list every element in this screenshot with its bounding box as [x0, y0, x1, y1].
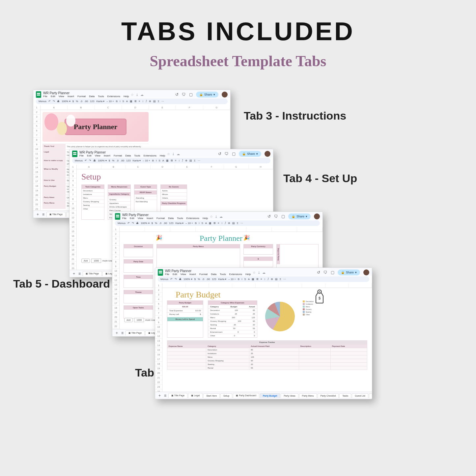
toolbar-item[interactable]: B: [238, 278, 239, 281]
sheet-tab[interactable]: Party Menu: [299, 393, 317, 398]
toolbar-item[interactable]: ⊕: [228, 222, 230, 225]
menu-insert[interactable]: Insert: [147, 217, 153, 220]
toolbar-item[interactable]: ▤: [275, 278, 278, 281]
menu-tools[interactable]: Tools: [98, 95, 104, 98]
add-sheet-button[interactable]: +: [114, 331, 119, 335]
menu-view[interactable]: View: [138, 217, 143, 220]
menu-insert[interactable]: Insert: [68, 95, 74, 98]
toolbar-item[interactable]: %: [198, 278, 200, 281]
toolbar-item[interactable]: Menus: [39, 100, 46, 103]
toolbar-item[interactable]: .00: [84, 100, 88, 103]
toolbar-item[interactable]: 123: [90, 100, 94, 103]
toolbar-item[interactable]: ↶: [170, 278, 173, 281]
toolbar-item[interactable]: ▤: [189, 159, 192, 162]
all-sheets-button[interactable]: ≡: [120, 331, 125, 335]
avatar[interactable]: [314, 213, 320, 219]
toolbar-item[interactable]: ⊞: [256, 278, 259, 281]
menu-insert[interactable]: Insert: [104, 154, 110, 157]
meet-icon[interactable]: ▢: [232, 152, 236, 156]
comment-icon[interactable]: 🗨: [274, 214, 278, 219]
share-button[interactable]: 🔒 Share ▾: [239, 151, 261, 157]
toolbar-item[interactable]: ↕: [264, 278, 266, 281]
toolbar-item[interactable]: .0: [116, 159, 119, 162]
toolbar-item[interactable]: Karla ▾: [96, 100, 104, 103]
sheet-tab[interactable]: ▣ Title Page: [126, 330, 145, 335]
menu-format[interactable]: Format: [199, 273, 208, 276]
toolbar-item[interactable]: ≡: [139, 100, 140, 103]
toolbar-item[interactable]: .00: [121, 159, 124, 162]
menu-help[interactable]: Help: [203, 217, 208, 220]
toolbar-item[interactable]: ↕: [221, 222, 223, 225]
comment-icon[interactable]: 🗨: [182, 92, 186, 97]
toolbar-item[interactable]: Σ: [158, 100, 159, 103]
move-icon[interactable]: ⤓: [215, 215, 217, 218]
menu-insert[interactable]: Insert: [189, 273, 196, 276]
toolbar-item[interactable]: ⋯: [283, 278, 286, 281]
move-icon[interactable]: ⤓: [172, 152, 175, 156]
toolbar-item[interactable]: ↷: [175, 278, 177, 281]
menu-extensions[interactable]: Extensions: [229, 273, 242, 276]
toolbar-item[interactable]: %: [76, 100, 78, 103]
sheet-tab[interactable]: ▣ Title Page: [46, 212, 66, 217]
toolbar-item[interactable]: 100% ▾: [183, 278, 192, 281]
avatar[interactable]: [363, 269, 369, 275]
sheet-tab[interactable]: Party Ideas: [281, 393, 298, 398]
toolbar-item[interactable]: Σ: [194, 159, 196, 162]
toolbar-item[interactable]: ⊞: [171, 159, 173, 162]
toolbar-item[interactable]: B: [195, 222, 197, 225]
menu-help[interactable]: Help: [160, 154, 165, 157]
menu-edit[interactable]: Edit: [51, 95, 55, 98]
toolbar-item[interactable]: ▦: [166, 159, 169, 162]
menu-help[interactable]: Help: [124, 95, 129, 98]
star-icon[interactable]: ☆: [131, 93, 134, 97]
history-icon[interactable]: ↺: [267, 214, 271, 219]
all-sheets-button[interactable]: ≡: [163, 393, 168, 398]
toolbar-item[interactable]: $: [152, 222, 153, 225]
toolbar-item[interactable]: I: [120, 100, 120, 103]
history-icon[interactable]: ↺: [175, 92, 179, 97]
toolbar-item[interactable]: 🖶: [179, 278, 182, 281]
menu-file[interactable]: File: [165, 273, 169, 276]
menu-tools[interactable]: Tools: [177, 217, 183, 220]
menu-view[interactable]: View: [181, 273, 186, 276]
toolbar-item[interactable]: ⋯: [161, 100, 164, 103]
toolbar-item[interactable]: ⊞: [134, 100, 137, 103]
sheet-tab[interactable]: Tasks: [339, 393, 351, 398]
toolbar-item[interactable]: A: [248, 278, 250, 281]
all-sheets-button[interactable]: ≡: [41, 212, 46, 217]
toolbar-item[interactable]: ⊞: [213, 222, 216, 225]
toolbar-item[interactable]: ▦: [130, 100, 132, 103]
toolbar-item[interactable]: %: [112, 159, 114, 162]
toolbar-item[interactable]: ↕: [179, 159, 180, 162]
sheet-tab[interactable]: ▣ Title Page: [168, 393, 187, 398]
toolbar-item[interactable]: S: [244, 278, 246, 281]
sheet-tab[interactable]: Party Checklist: [318, 393, 339, 398]
toolbar-item[interactable]: – 10 +: [185, 222, 193, 225]
menu-tools[interactable]: Tools: [220, 273, 226, 276]
menu-view[interactable]: View: [95, 154, 100, 157]
toolbar-item[interactable]: Menus: [75, 159, 83, 162]
sheet-tab[interactable]: Guest List: [352, 393, 368, 398]
toolbar-item[interactable]: I: [156, 159, 156, 162]
move-icon[interactable]: ⤓: [136, 93, 138, 97]
toolbar-item[interactable]: – 10 +: [106, 100, 114, 103]
add-sheet-button[interactable]: +: [35, 212, 40, 217]
avatar[interactable]: [222, 92, 228, 98]
toolbar-item[interactable]: ≡: [175, 159, 177, 162]
avatar[interactable]: [265, 151, 270, 157]
toolbar-item[interactable]: ↶: [127, 222, 130, 225]
cloud-icon[interactable]: ☁: [140, 93, 144, 97]
toolbar-item[interactable]: ↷: [53, 100, 55, 103]
all-sheets-button[interactable]: ≡: [77, 271, 82, 276]
star-icon[interactable]: ☆: [210, 215, 213, 218]
share-button[interactable]: 🔒 Share ▾: [338, 269, 360, 275]
toolbar-item[interactable]: 100% ▾: [62, 100, 70, 103]
toolbar-item[interactable]: ⤴: [146, 100, 147, 103]
toolbar-item[interactable]: ⤴: [182, 159, 183, 162]
meet-icon[interactable]: ▢: [331, 270, 334, 275]
share-button[interactable]: 🔒 Share ▾: [196, 92, 218, 98]
toolbar-item[interactable]: – 10 +: [143, 159, 150, 162]
toolbar-item[interactable]: 123: [212, 278, 216, 281]
toolbar-item[interactable]: ▤: [153, 100, 156, 103]
toolbar-item[interactable]: ≡: [218, 222, 219, 225]
